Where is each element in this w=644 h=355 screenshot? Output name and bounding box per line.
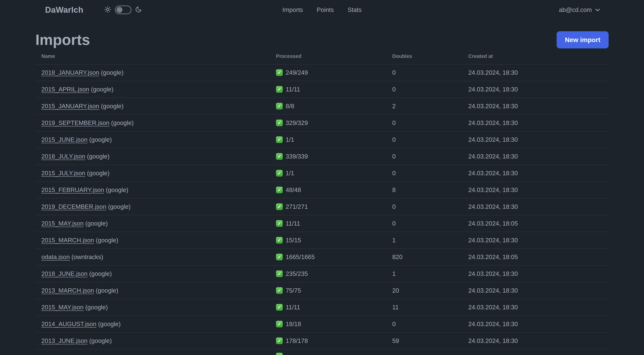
table-row: 2015_JULY.json (google)✓1/1024.03.2024, …	[36, 165, 608, 182]
import-source-label: (google)	[84, 220, 108, 227]
processed-count: 339/339	[286, 153, 308, 160]
doubles-cell: 0	[392, 153, 468, 160]
import-file-link[interactable]: 2015_MARCH.json	[41, 237, 94, 244]
created-at-cell: 24.03.2024, 18:30	[468, 321, 608, 328]
table-row: 2015_FEBRUARY.json (google)✓48/48824.03.…	[36, 182, 608, 199]
account-menu[interactable]: ab@cd.com	[559, 6, 599, 13]
import-name-cell: 2015_APRIL.json (google)	[41, 86, 276, 93]
import-source-label: (google)	[88, 136, 112, 143]
success-check-icon: ✓	[276, 254, 283, 260]
processed-cell: ✓11/11	[276, 86, 392, 93]
processed-cell: ✓1/1	[276, 136, 392, 143]
table-row: 2013_MARCH.json (google)✓75/752024.03.20…	[36, 282, 608, 299]
created-at-cell: 24.03.2024, 18:05	[468, 220, 608, 227]
import-file-link[interactable]: 2015_JULY.json	[41, 170, 85, 177]
theme-switcher	[104, 5, 142, 14]
import-file-link[interactable]: 2019_SEPTEMBER.json	[41, 119, 110, 126]
created-at-cell: 24.03.2024, 18:30	[468, 86, 608, 93]
created-at-cell: 24.03.2024, 18:30	[468, 69, 608, 76]
processed-count: 11/11	[286, 220, 300, 227]
processed-cell: ✓178/178	[276, 337, 392, 345]
doubles-cell: 11	[392, 304, 468, 311]
created-at-cell: 24.03.2024, 18:30	[468, 270, 608, 277]
import-name-cell: 2018_JUNE.json (google)	[41, 270, 276, 277]
success-check-icon: ✓	[276, 338, 283, 344]
import-source-label: (google)	[88, 337, 112, 344]
app-logo[interactable]: DaWarIch	[45, 5, 83, 14]
import-file-link[interactable]: 2014_AUGUST.json	[41, 321, 96, 328]
import-name-cell: 2018_JULY.json (google)	[41, 153, 276, 160]
table-row: 2015_MAY.json (google)✓11/11024.03.2024,…	[36, 215, 608, 232]
processed-cell: ✓339/339	[276, 153, 392, 160]
import-file-link[interactable]: 2015_MAY.json	[41, 304, 84, 311]
import-file-link[interactable]: 2018_JULY.json	[41, 153, 85, 160]
theme-toggle-knob	[116, 7, 122, 13]
table-row: 2015_JANUARY.json (google)✓8/8224.03.202…	[36, 98, 608, 115]
import-source-label: (google)	[85, 170, 110, 177]
processed-cell: ✓15/15	[276, 237, 392, 244]
created-at-cell: 24.03.2024, 18:30	[468, 186, 608, 194]
success-check-icon: ✓	[276, 69, 283, 76]
success-check-icon: ✓	[276, 287, 283, 294]
page-title: Imports	[36, 31, 90, 48]
column-header-processed: Processed	[276, 53, 392, 59]
table-row: 2018_JULY.json (google)✓339/339024.03.20…	[36, 148, 608, 165]
processed-cell: ✓271/271	[276, 203, 392, 210]
doubles-cell: 0	[392, 136, 468, 143]
doubles-cell: 0	[392, 220, 468, 227]
table-row: 2018_JANUARY.json (google)✓249/249024.03…	[36, 64, 608, 81]
nav-item-imports[interactable]: Imports	[282, 6, 303, 13]
success-check-icon: ✓	[276, 86, 283, 93]
theme-toggle[interactable]	[115, 5, 131, 14]
import-source-label: (google)	[94, 287, 118, 294]
processed-cell: ✓329/329	[276, 119, 392, 126]
import-name-cell: 2015_MAY.json (google)	[41, 220, 276, 227]
processed-count: 11/11	[286, 86, 300, 93]
nav-item-stats[interactable]: Stats	[348, 6, 362, 13]
import-file-link[interactable]: 2015_JANUARY.json	[41, 103, 99, 109]
doubles-cell: 1	[392, 270, 468, 277]
processed-count: 18/18	[286, 321, 301, 328]
table-row: 2015_MAY.json (google)✓11/111124.03.2024…	[36, 299, 608, 316]
column-header-name: Name	[41, 53, 276, 59]
import-file-link[interactable]: 2019_DECEMBER.json	[41, 203, 106, 210]
import-name-cell: 2014_AUGUST.json (google)	[41, 321, 276, 328]
import-file-link[interactable]: 2013_JUNE.json	[41, 337, 88, 344]
success-check-icon: ✓	[276, 321, 283, 328]
account-email: ab@cd.com	[559, 6, 592, 13]
table-row: 2019_SEPTEMBER.json (google)✓329/329024.…	[36, 115, 608, 131]
import-source-label: (google)	[84, 304, 108, 311]
import-name-cell: 2015_JUNE.json (google)	[41, 136, 276, 143]
import-file-link[interactable]: 2013_MARCH.json	[41, 287, 94, 294]
success-check-icon: ✓	[276, 136, 283, 143]
table-row: odata.json (owntracks)✓1665/166582024.03…	[36, 249, 608, 266]
import-file-link[interactable]: 2015_MAY.json	[41, 220, 84, 227]
created-at-cell: 24.03.2024, 18:30	[468, 119, 608, 126]
import-file-link[interactable]: 2018_JUNE.json	[41, 270, 88, 277]
new-import-button[interactable]: New import	[556, 31, 608, 48]
import-file-link[interactable]: 2015_FEBRUARY.json	[41, 186, 104, 193]
success-check-icon: ✓	[276, 203, 283, 210]
success-check-icon: ✓	[276, 271, 283, 277]
chevron-down-icon	[595, 7, 600, 11]
success-check-icon: ✓	[276, 103, 283, 109]
table-row-partial: ✓	[36, 350, 608, 355]
import-file-link[interactable]: odata.json	[41, 254, 70, 260]
import-file-link[interactable]: 2015_APRIL.json	[41, 86, 89, 93]
processed-count: 1/1	[286, 136, 294, 143]
doubles-cell: 0	[392, 321, 468, 328]
success-check-icon: ✓	[276, 220, 283, 227]
processed-cell: ✓8/8	[276, 103, 392, 110]
created-at-cell: 24.03.2024, 18:30	[468, 170, 608, 177]
import-name-cell: 2013_JUNE.json (google)	[41, 337, 276, 345]
created-at-cell: 24.03.2024, 18:30	[468, 304, 608, 311]
import-source-label: (google)	[99, 69, 124, 76]
import-file-link[interactable]: 2015_JUNE.json	[41, 136, 88, 143]
success-check-icon: ✓	[276, 187, 283, 193]
navbar: DaWarIch Imports Points Stats ab@cd.com	[0, 0, 644, 20]
table-body: 2018_JANUARY.json (google)✓249/249024.03…	[36, 64, 608, 355]
created-at-cell: 24.03.2024, 18:30	[468, 203, 608, 210]
table-row: 2018_JUNE.json (google)✓235/235124.03.20…	[36, 266, 608, 282]
nav-item-points[interactable]: Points	[317, 6, 334, 13]
import-file-link[interactable]: 2018_JANUARY.json	[41, 69, 99, 76]
